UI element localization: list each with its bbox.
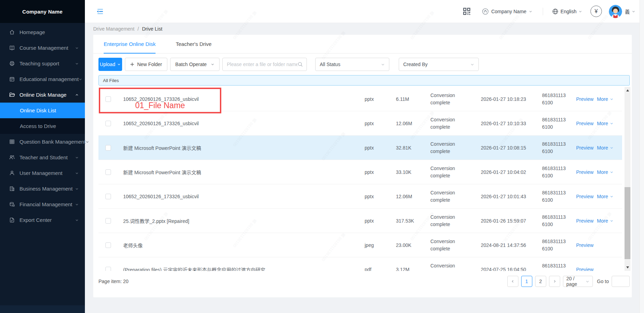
- batch-operate-button[interactable]: Batch Operate: [170, 58, 220, 71]
- breadcrumb-parent[interactable]: Drive Management: [93, 26, 134, 32]
- upload-button[interactable]: Upload: [98, 58, 122, 71]
- row-checkbox[interactable]: [105, 218, 111, 224]
- app-root: Company Name Homepage Course Management …: [0, 0, 644, 313]
- more-link[interactable]: More: [597, 96, 613, 102]
- table-row[interactable]: 新建 Microsoft PowerPoint 演示文稿 pptx 33.10K…: [98, 160, 622, 184]
- drive-tabs: Enterprise Online Disk Teacher's Drive: [93, 35, 632, 54]
- currency-button[interactable]: ¥: [590, 6, 602, 17]
- more-link[interactable]: More: [597, 169, 613, 175]
- sidebar-item-online-disk-list[interactable]: Online Disk List: [0, 103, 85, 118]
- chevron-down-icon: [579, 10, 582, 13]
- goto-page-input[interactable]: [612, 276, 630, 287]
- table-row[interactable]: 新建 Microsoft PowerPoint 演示文稿 pptx 32.81K…: [98, 136, 622, 160]
- table-row[interactable]: (Preparation files) 元宇宙的近未来形态与概念应用的过渡方向研…: [98, 257, 622, 271]
- window-scrollbar[interactable]: [639, 0, 644, 313]
- row-checkbox[interactable]: [105, 145, 111, 151]
- sidebar-menu: Homepage Course Management Teaching supp…: [0, 23, 85, 228]
- sidebar-item-educational-management[interactable]: Educational management: [0, 71, 85, 87]
- sidebar-collapse-trigger[interactable]: [0, 305, 85, 313]
- file-status-cell: Conversion complete: [427, 262, 476, 271]
- sidebar-item-user-management[interactable]: User Management: [0, 165, 85, 181]
- file-name-cell: 25.词性教学_2.pptx [Repaired]: [123, 217, 361, 224]
- file-search-input[interactable]: [227, 62, 297, 67]
- file-size-cell: 12.06M: [389, 121, 427, 126]
- preview-link[interactable]: Preview: [576, 96, 594, 102]
- checkbox-cell: [98, 194, 123, 199]
- table-row[interactable]: 10652_20260126_173326_usbicvil pptx 12.0…: [98, 184, 622, 209]
- tab-teachers-drive[interactable]: Teacher's Drive: [176, 35, 212, 53]
- new-folder-button[interactable]: New Folder: [125, 58, 167, 71]
- table-row[interactable]: 10652_20260126_173326_usbicvil pptx 6.11…: [98, 87, 622, 111]
- sidebar-item-homepage[interactable]: Homepage: [0, 24, 85, 40]
- file-date-cell: 2024-08-21 14:37:56: [476, 242, 537, 248]
- all-files-bar[interactable]: All Files: [98, 75, 630, 86]
- user-menu[interactable]: 義: [625, 8, 635, 15]
- table-row[interactable]: 25.词性教学_2.pptx [Repaired] pptx 317.53K C…: [98, 209, 622, 233]
- sidebar-item-business-management[interactable]: Business Management: [0, 181, 85, 196]
- chevron-down-icon: [75, 187, 79, 191]
- row-checkbox[interactable]: [105, 194, 111, 199]
- chevron-down-icon: [75, 218, 79, 222]
- sidebar-item-course-management[interactable]: Course Management: [0, 40, 85, 56]
- more-link[interactable]: More: [597, 218, 613, 224]
- row-checkbox[interactable]: [105, 121, 111, 126]
- preview-link[interactable]: Preview: [576, 194, 594, 199]
- qr-code-icon[interactable]: [462, 7, 471, 16]
- file-date-cell: 2026-01-27 10:18:23: [476, 96, 537, 102]
- status-filter-select[interactable]: All Status: [315, 58, 389, 71]
- preview-link[interactable]: Preview: [576, 267, 594, 271]
- sidebar-item-financial-management[interactable]: Financial Management: [0, 196, 85, 212]
- row-checkbox[interactable]: [105, 242, 111, 248]
- table-row[interactable]: 老师头像 jpeg 23.00K Conversion complete 202…: [98, 233, 622, 257]
- preview-link[interactable]: Preview: [576, 121, 594, 126]
- table-scrollbar[interactable]: [625, 87, 630, 271]
- row-checkbox[interactable]: [105, 96, 111, 102]
- file-status-cell: Conversion complete: [427, 116, 476, 131]
- table-row[interactable]: 10652_20260126_173326_usbicvil pptx 12.0…: [98, 111, 622, 136]
- menu-fold-icon[interactable]: [96, 8, 104, 15]
- company-logo: Company Name: [0, 0, 85, 23]
- more-link[interactable]: More: [597, 121, 613, 126]
- tab-label: Enterprise Online Disk: [104, 41, 156, 47]
- scroll-up-arrow[interactable]: [625, 88, 630, 93]
- sidebar-item-label: Educational management: [19, 76, 79, 82]
- more-link[interactable]: More: [597, 194, 613, 199]
- company-switcher[interactable]: Company Name: [482, 8, 532, 15]
- file-creator-cell: 861831113 6100: [537, 92, 573, 106]
- language-selector[interactable]: English: [552, 8, 582, 15]
- page-size-select[interactable]: 20 / page: [563, 276, 593, 287]
- file-name-cell: 10652_20260126_173326_usbicvil: [123, 194, 361, 199]
- prev-page-button[interactable]: [507, 276, 518, 287]
- preview-link[interactable]: Preview: [576, 242, 594, 248]
- coins-icon: [9, 201, 15, 207]
- sidebar-item-online-disk-manage[interactable]: Online Disk Manage: [0, 87, 85, 103]
- scroll-down-arrow[interactable]: [625, 265, 630, 270]
- page-item-count: Page item: 20: [98, 279, 128, 284]
- row-checkbox[interactable]: [105, 169, 111, 175]
- creator-filter-select[interactable]: Created By: [399, 58, 479, 71]
- preview-link[interactable]: Preview: [576, 145, 594, 151]
- home-icon: [9, 29, 15, 35]
- row-checkbox[interactable]: [105, 267, 111, 271]
- page-1-button[interactable]: 1: [521, 276, 532, 287]
- plus-icon: [130, 62, 134, 66]
- scrollbar-thumb[interactable]: [625, 187, 630, 259]
- sidebar-item-access-to-drive[interactable]: Access to Drive: [0, 118, 85, 134]
- file-date-cell: 2026-01-27 10:08:15: [476, 145, 537, 151]
- sidebar-item-teacher-and-student[interactable]: Teacher and Student: [0, 150, 85, 165]
- file-creator-cell: 861831113 6100: [537, 141, 573, 155]
- search-icon[interactable]: [297, 62, 303, 67]
- tab-enterprise-online-disk[interactable]: Enterprise Online Disk: [104, 35, 156, 53]
- more-link[interactable]: More: [597, 145, 613, 151]
- preview-link[interactable]: Preview: [576, 169, 594, 175]
- file-name-cell: 新建 Microsoft PowerPoint 演示文稿: [123, 144, 361, 151]
- preview-link[interactable]: Preview: [576, 218, 594, 224]
- user-avatar[interactable]: [609, 5, 622, 18]
- sidebar-item-export-center[interactable]: Export Center: [0, 212, 85, 228]
- sidebar-item-teaching-support[interactable]: Teaching support: [0, 56, 85, 71]
- sidebar-item-question-bank-management[interactable]: Question Bank Management: [0, 134, 85, 150]
- next-page-button[interactable]: [549, 276, 560, 287]
- page-2-button[interactable]: 2: [535, 276, 546, 287]
- file-size-cell: 12.06M: [389, 194, 427, 199]
- file-name-cell: (Preparation files) 元宇宙的近未来形态与概念应用的过渡方向研…: [123, 266, 361, 271]
